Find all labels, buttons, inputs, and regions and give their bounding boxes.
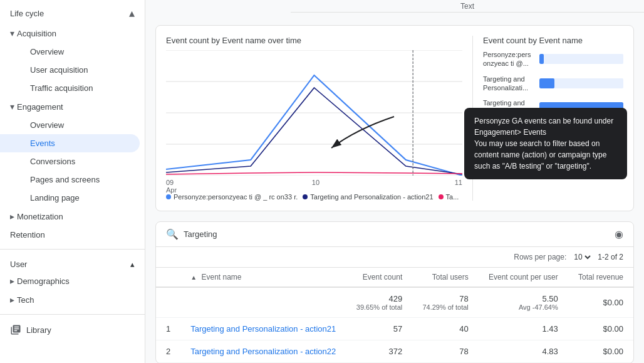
page-info: 1-2 of 2 [598, 253, 623, 261]
tooltip-box: Personyze GA events can be found under E… [464, 108, 627, 179]
summary-num [156, 287, 180, 318]
row2-total-users: 78 [412, 340, 479, 363]
legend-dot-3 [439, 194, 444, 199]
table-row: 2 Targeting and Personalization - action… [156, 340, 633, 363]
bar-fill-1 [539, 54, 544, 64]
th-total-revenue[interactable]: Total revenue [568, 268, 633, 287]
th-event-count[interactable]: Event count [346, 268, 413, 287]
row1-revenue: $0.00 [568, 318, 633, 340]
th-event-name-label: Event name [201, 273, 241, 281]
traffic-acquisition-label: Traffic acquisition [30, 83, 93, 93]
rows-per-page-label: Rows per page: [514, 253, 566, 261]
conversions-label: Conversions [30, 157, 75, 166]
sidebar-divider1 [0, 249, 145, 250]
legend-dot-1 [166, 194, 171, 199]
acquisition-label: Acquisition [17, 29, 56, 38]
sidebar-engagement-group[interactable]: ▾ Engagement [0, 97, 145, 116]
sidebar: Life cycle ▴ ▾ Acquisition Overview User… [0, 0, 145, 363]
row1-ecpu: 1.43 [479, 318, 568, 340]
monetization-arrow: ▸ [10, 211, 14, 221]
row2-name-link[interactable]: Targeting and Personalization - action22 [190, 347, 336, 356]
legend-label-2: Targeting and Personalization - action21 [310, 193, 433, 201]
row2-revenue: $0.00 [568, 340, 633, 363]
summary-event-count-sub: 39.65% of total [356, 303, 403, 311]
table-summary-row: 429 39.65% of total 78 74.29% of total 5… [156, 287, 633, 318]
lifecycle-label: Life cycle [10, 9, 44, 18]
top-text-bar: Text [291, 0, 644, 13]
th-event-count-per-user-label: Event count per user [489, 273, 558, 281]
data-table: ▲ Event name Event count Total users Eve… [156, 268, 633, 363]
th-total-users[interactable]: Total users [412, 268, 479, 287]
sort-arrow-icon: ▲ [190, 274, 197, 281]
bar-label-1: Personyze:personzyeac ti @... [483, 50, 539, 68]
bar-label-2: Targeting andPersonalizati... [483, 75, 539, 93]
line-chart-svg: 400 300 200 100 [166, 50, 462, 176]
summary-name [180, 287, 346, 318]
charts-row: Event count by Event name over time 400 … [155, 25, 634, 211]
sidebar-item-events[interactable]: Events [0, 134, 140, 152]
row2-event-count: 372 [346, 340, 413, 363]
sidebar-acquisition-group[interactable]: ▾ Acquisition [0, 24, 145, 43]
sidebar-item-pages-screens[interactable]: Pages and screens [0, 171, 140, 189]
rows-per-page-select[interactable]: 10 25 50 [571, 252, 593, 262]
summary-ecpu-sub: Avg -47.64% [489, 303, 558, 311]
main-content: Event count by Event name over time 400 … [145, 13, 644, 363]
row2-ecpu: 4.83 [479, 340, 568, 363]
row2-num: 2 [156, 340, 180, 363]
acquisition-arrow: ▾ [10, 28, 14, 38]
clear-icon[interactable]: ◉ [615, 228, 623, 240]
engagement-arrow: ▾ [10, 102, 14, 112]
sidebar-item-user-acquisition[interactable]: User acquisition [0, 61, 140, 79]
bar-chart-title: Event count by Event name [483, 36, 623, 45]
summary-event-count-per-user: 5.50 Avg -47.64% [479, 287, 568, 318]
overview-eng-label: Overview [30, 120, 64, 130]
sidebar-library[interactable]: Library [0, 320, 145, 340]
x-label-10: 10 [312, 179, 319, 194]
th-total-users-label: Total users [432, 273, 469, 281]
demographics-arrow: ▸ [10, 276, 14, 286]
summary-event-count: 429 39.65% of total [346, 287, 413, 318]
table-controls: Rows per page: 10 25 50 1-2 of 2 [156, 247, 633, 268]
tech-arrow: ▸ [10, 295, 14, 305]
sidebar-item-overview-acq[interactable]: Overview [0, 43, 140, 61]
sidebar-demographics-group[interactable]: ▸ Demographics [0, 271, 145, 290]
line-chart-title: Event count by Event name over time [166, 36, 462, 45]
legend-item-3: Ta... [439, 193, 459, 201]
library-label: Library [26, 325, 51, 335]
user-acquisition-label: User acquisition [30, 65, 88, 75]
overview-acq-label: Overview [30, 47, 64, 56]
summary-total-users-sub: 74.29% of total [422, 303, 469, 311]
legend-item-2: Targeting and Personalization - action21 [303, 193, 433, 201]
sidebar-item-overview-eng[interactable]: Overview [0, 116, 140, 134]
tooltip-text: Personyze GA events can be found under E… [474, 117, 613, 171]
summary-total-revenue: $0.00 [568, 287, 633, 318]
line-chart-section: Event count by Event name over time 400 … [166, 36, 473, 201]
engagement-label: Engagement [17, 102, 63, 112]
sidebar-item-conversions[interactable]: Conversions [0, 152, 140, 171]
sidebar-item-traffic-acquisition[interactable]: Traffic acquisition [0, 79, 140, 97]
user-label: User [10, 260, 27, 269]
x-label-09: 09Apr [166, 179, 177, 194]
user-section-header: User ▴ [0, 255, 145, 271]
lifecycle-section-header[interactable]: Life cycle ▴ [0, 0, 145, 24]
sidebar-tech-group[interactable]: ▸ Tech [0, 290, 145, 309]
legend-item-1: Personyze:personzyeac ti @ _ rc on33 r. [166, 193, 298, 201]
user-chevron: ▴ [130, 260, 135, 269]
sidebar-monetization-group[interactable]: ▸ Monetization [0, 207, 145, 226]
th-event-count-per-user[interactable]: Event count per user [479, 268, 568, 287]
sidebar-retention-group[interactable]: Retention [0, 226, 145, 244]
th-event-name[interactable]: ▲ Event name [180, 268, 346, 287]
bar-track-1 [539, 54, 623, 64]
lifecycle-chevron: ▴ [129, 6, 135, 20]
sidebar-item-landing-page[interactable]: Landing page [0, 189, 140, 207]
row1-name-link[interactable]: Targeting and Personalization - action21 [190, 324, 336, 334]
library-icon [10, 324, 21, 335]
bar-row-2: Targeting andPersonalizati... [483, 75, 623, 93]
top-bar-text: Text [460, 2, 474, 11]
summary-total-users-value: 78 [422, 294, 469, 303]
row1-total-users: 40 [412, 318, 479, 340]
search-input[interactable] [184, 229, 610, 239]
line-chart-area: 400 300 200 100 [166, 50, 462, 188]
legend-dot-2 [303, 194, 308, 199]
bar-fill-2 [539, 78, 554, 88]
